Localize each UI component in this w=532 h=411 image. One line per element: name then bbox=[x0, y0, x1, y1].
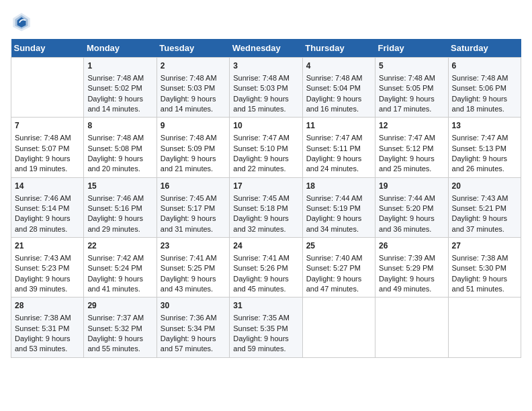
day-number: 25 bbox=[306, 240, 371, 252]
calendar-cell: 10Sunrise: 7:47 AMSunset: 5:10 PMDayligh… bbox=[230, 118, 302, 177]
sunset-text: Sunset: 5:10 PM bbox=[233, 144, 298, 154]
sunrise-text: Sunrise: 7:43 AM bbox=[15, 253, 80, 263]
calendar-cell: 25Sunrise: 7:40 AMSunset: 5:27 PMDayligh… bbox=[302, 238, 375, 298]
daylight-text: Daylight: 9 hours and 24 minutes. bbox=[306, 154, 371, 175]
day-number: 19 bbox=[379, 181, 444, 192]
calendar-cell: 13Sunrise: 7:47 AMSunset: 5:13 PMDayligh… bbox=[448, 118, 521, 177]
col-header-thursday: Thursday bbox=[302, 39, 375, 58]
sunset-text: Sunset: 5:16 PM bbox=[87, 203, 152, 214]
calendar-cell: 14Sunrise: 7:46 AMSunset: 5:14 PMDayligh… bbox=[11, 177, 84, 237]
sunrise-text: Sunrise: 7:45 AM bbox=[161, 193, 226, 203]
calendar-cell: 30Sunrise: 7:36 AMSunset: 5:34 PMDayligh… bbox=[157, 298, 229, 357]
daylight-text: Daylight: 9 hours and 39 minutes. bbox=[15, 274, 80, 295]
day-number: 11 bbox=[306, 120, 371, 132]
sunrise-text: Sunrise: 7:44 AM bbox=[379, 193, 444, 203]
sunrise-text: Sunrise: 7:47 AM bbox=[233, 133, 298, 143]
daylight-text: Daylight: 9 hours and 45 minutes. bbox=[233, 274, 298, 295]
calendar-table: SundayMondayTuesdayWednesdayThursdayFrid… bbox=[11, 39, 521, 358]
calendar-cell: 15Sunrise: 7:46 AMSunset: 5:16 PMDayligh… bbox=[84, 177, 157, 237]
sunset-text: Sunset: 5:14 PM bbox=[15, 203, 80, 214]
calendar-cell: 28Sunrise: 7:38 AMSunset: 5:31 PMDayligh… bbox=[11, 298, 84, 357]
sunset-text: Sunset: 5:19 PM bbox=[306, 203, 371, 214]
sunrise-text: Sunrise: 7:39 AM bbox=[379, 253, 444, 263]
daylight-text: Daylight: 9 hours and 51 minutes. bbox=[452, 274, 517, 295]
daylight-text: Daylight: 9 hours and 55 minutes. bbox=[87, 334, 152, 355]
sunset-text: Sunset: 5:07 PM bbox=[15, 144, 80, 154]
calendar-cell bbox=[448, 298, 521, 357]
day-number: 9 bbox=[161, 120, 226, 132]
sunset-text: Sunset: 5:25 PM bbox=[161, 263, 226, 273]
col-header-monday: Monday bbox=[84, 39, 157, 58]
day-number: 17 bbox=[233, 181, 298, 192]
sunset-text: Sunset: 5:31 PM bbox=[15, 324, 80, 334]
day-number: 3 bbox=[233, 60, 298, 72]
sunset-text: Sunset: 5:11 PM bbox=[306, 144, 371, 154]
sunrise-text: Sunrise: 7:47 AM bbox=[452, 133, 517, 143]
sunset-text: Sunset: 5:24 PM bbox=[87, 263, 152, 273]
day-number: 8 bbox=[87, 120, 152, 132]
daylight-text: Daylight: 9 hours and 15 minutes. bbox=[233, 94, 298, 115]
sunset-text: Sunset: 5:23 PM bbox=[15, 263, 80, 273]
calendar-cell: 22Sunrise: 7:42 AMSunset: 5:24 PMDayligh… bbox=[84, 238, 157, 298]
day-number: 16 bbox=[161, 181, 226, 192]
logo bbox=[11, 11, 35, 32]
sunrise-text: Sunrise: 7:48 AM bbox=[15, 133, 80, 143]
sunset-text: Sunset: 5:32 PM bbox=[87, 324, 152, 334]
day-number: 18 bbox=[306, 181, 371, 192]
calendar-cell: 7Sunrise: 7:48 AMSunset: 5:07 PMDaylight… bbox=[11, 118, 84, 177]
calendar-cell: 29Sunrise: 7:37 AMSunset: 5:32 PMDayligh… bbox=[84, 298, 157, 357]
sunset-text: Sunset: 5:05 PM bbox=[379, 83, 444, 93]
day-number: 27 bbox=[452, 240, 517, 252]
daylight-text: Daylight: 9 hours and 21 minutes. bbox=[161, 154, 226, 175]
sunset-text: Sunset: 5:26 PM bbox=[233, 263, 298, 273]
daylight-text: Daylight: 9 hours and 36 minutes. bbox=[379, 214, 444, 234]
col-header-wednesday: Wednesday bbox=[230, 39, 302, 58]
sunrise-text: Sunrise: 7:48 AM bbox=[161, 133, 226, 143]
sunset-text: Sunset: 5:13 PM bbox=[452, 144, 517, 154]
sunset-text: Sunset: 5:03 PM bbox=[161, 83, 226, 93]
sunset-text: Sunset: 5:09 PM bbox=[161, 144, 226, 154]
daylight-text: Daylight: 9 hours and 43 minutes. bbox=[161, 274, 226, 295]
sunrise-text: Sunrise: 7:48 AM bbox=[306, 73, 371, 83]
sunset-text: Sunset: 5:03 PM bbox=[233, 83, 298, 93]
calendar-cell: 2Sunrise: 7:48 AMSunset: 5:03 PMDaylight… bbox=[157, 58, 229, 118]
calendar-cell: 16Sunrise: 7:45 AMSunset: 5:17 PMDayligh… bbox=[157, 177, 229, 237]
calendar-cell: 4Sunrise: 7:48 AMSunset: 5:04 PMDaylight… bbox=[302, 58, 375, 118]
sunrise-text: Sunrise: 7:42 AM bbox=[87, 253, 152, 263]
daylight-text: Daylight: 9 hours and 31 minutes. bbox=[161, 214, 226, 234]
col-header-tuesday: Tuesday bbox=[157, 39, 229, 58]
day-number: 6 bbox=[452, 60, 517, 72]
calendar-cell: 31Sunrise: 7:35 AMSunset: 5:35 PMDayligh… bbox=[230, 298, 302, 357]
sunrise-text: Sunrise: 7:38 AM bbox=[15, 313, 80, 323]
sunrise-text: Sunrise: 7:47 AM bbox=[379, 133, 444, 143]
sunrise-text: Sunrise: 7:46 AM bbox=[15, 193, 80, 203]
sunset-text: Sunset: 5:18 PM bbox=[233, 203, 298, 214]
sunrise-text: Sunrise: 7:35 AM bbox=[233, 313, 298, 323]
sunset-text: Sunset: 5:06 PM bbox=[452, 83, 517, 93]
day-number: 10 bbox=[233, 120, 298, 132]
daylight-text: Daylight: 9 hours and 32 minutes. bbox=[233, 214, 298, 234]
sunrise-text: Sunrise: 7:45 AM bbox=[233, 193, 298, 203]
day-number: 31 bbox=[233, 300, 298, 312]
day-number: 7 bbox=[15, 120, 80, 132]
sunrise-text: Sunrise: 7:48 AM bbox=[87, 73, 152, 83]
calendar-cell bbox=[375, 298, 448, 357]
day-number: 28 bbox=[15, 300, 80, 312]
calendar-cell bbox=[11, 58, 84, 118]
day-number: 5 bbox=[379, 60, 444, 72]
day-number: 20 bbox=[452, 181, 517, 192]
daylight-text: Daylight: 9 hours and 47 minutes. bbox=[306, 274, 371, 295]
calendar-cell: 17Sunrise: 7:45 AMSunset: 5:18 PMDayligh… bbox=[230, 177, 302, 237]
sunset-text: Sunset: 5:35 PM bbox=[233, 324, 298, 334]
calendar-cell: 8Sunrise: 7:48 AMSunset: 5:08 PMDaylight… bbox=[84, 118, 157, 177]
logo-icon bbox=[11, 11, 32, 32]
col-header-sunday: Sunday bbox=[11, 39, 84, 58]
sunset-text: Sunset: 5:08 PM bbox=[87, 144, 152, 154]
daylight-text: Daylight: 9 hours and 26 minutes. bbox=[452, 154, 517, 175]
sunrise-text: Sunrise: 7:37 AM bbox=[87, 313, 152, 323]
daylight-text: Daylight: 9 hours and 34 minutes. bbox=[306, 214, 371, 234]
day-number: 13 bbox=[452, 120, 517, 132]
daylight-text: Daylight: 9 hours and 49 minutes. bbox=[379, 274, 444, 295]
calendar-cell: 18Sunrise: 7:44 AMSunset: 5:19 PMDayligh… bbox=[302, 177, 375, 237]
daylight-text: Daylight: 9 hours and 17 minutes. bbox=[379, 94, 444, 115]
